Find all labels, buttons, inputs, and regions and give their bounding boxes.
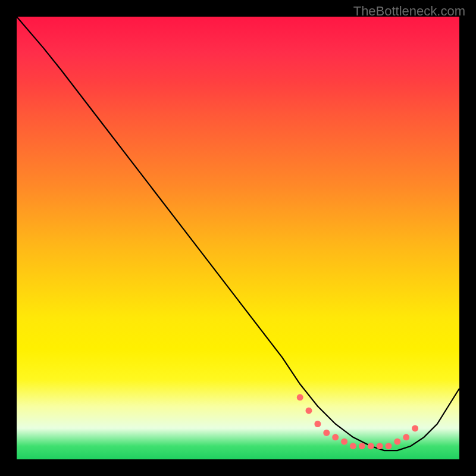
- curve-marker: [350, 443, 356, 449]
- bottleneck-curve-line: [17, 17, 459, 450]
- curve-marker: [377, 443, 383, 449]
- curve-marker: [323, 430, 330, 436]
- curve-marker: [394, 439, 400, 445]
- curve-marker: [332, 434, 339, 440]
- curve-marker: [359, 443, 365, 449]
- curve-marker: [306, 408, 312, 414]
- chart-plot-area: [17, 17, 459, 459]
- chart-svg: [17, 17, 459, 459]
- curve-marker: [386, 443, 392, 449]
- curve-marker: [297, 394, 303, 400]
- curve-marker: [368, 443, 374, 449]
- curve-marker: [412, 425, 418, 431]
- curve-marker: [314, 421, 321, 427]
- curve-marker: [403, 434, 409, 440]
- watermark-text: TheBottleneck.com: [353, 4, 465, 19]
- curve-marker: [341, 439, 347, 445]
